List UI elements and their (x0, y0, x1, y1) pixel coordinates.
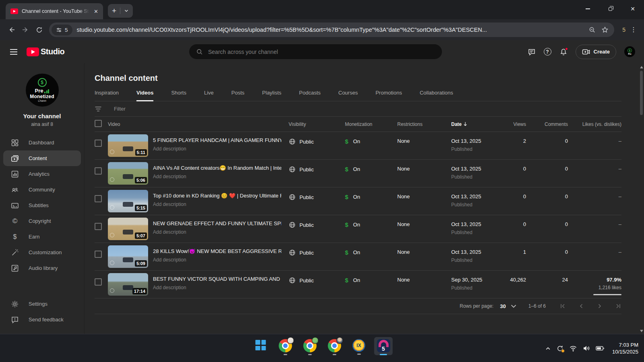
reload-button[interactable] (32, 23, 46, 37)
restrictions-cell[interactable]: None (397, 249, 451, 255)
monetization-cell[interactable]: $ On (345, 277, 397, 284)
sidebar-item-customization[interactable]: Customization (0, 245, 84, 260)
first-page-icon[interactable] (559, 303, 566, 309)
video-title[interactable]: BEST FUNNY VICTOR SQUAD WITH CAMPING AND… (153, 276, 281, 282)
video-title[interactable]: 28 KILLS Wow!😈 NEW MODE BEST AGGRESSIVE … (153, 248, 281, 254)
visibility-cell[interactable]: Public (289, 249, 345, 256)
video-description-placeholder[interactable]: Add description (153, 229, 281, 235)
restrictions-cell[interactable]: None (397, 193, 451, 200)
video-description-placeholder[interactable]: Add description (153, 285, 281, 290)
url-text[interactable]: studio.youtube.com/channel/UCO0XtvzorsTj… (77, 27, 583, 33)
scrollbar-down-arrow[interactable] (640, 330, 643, 332)
last-page-icon[interactable] (615, 303, 621, 309)
visibility-cell[interactable]: Public (289, 277, 345, 284)
video-thumbnail[interactable]: 5:07 (108, 218, 148, 240)
feedback-icon[interactable] (528, 48, 536, 56)
restore-button[interactable] (599, 0, 621, 18)
visibility-cell[interactable]: Public (289, 138, 345, 145)
scrollbar-up-arrow[interactable] (640, 66, 643, 68)
tab-playlists[interactable]: Playlists (262, 90, 281, 101)
monetization-cell[interactable]: $ On (345, 221, 397, 228)
notifications-bell-icon[interactable] (559, 48, 568, 56)
address-bar[interactable]: 5 studio.youtube.com/channel/UCO0Xtvzors… (49, 23, 614, 37)
table-row[interactable]: 5:06 AINA Vs All Content creators😁 In Ra… (95, 160, 621, 187)
video-thumbnail[interactable]: 5:11 (108, 134, 148, 157)
tray-chevron-up-icon[interactable] (545, 346, 551, 352)
row-checkbox[interactable] (95, 278, 102, 286)
video-thumbnail[interactable]: 5:15 (108, 190, 148, 212)
sidebar-item-audio-library[interactable]: Audio library (0, 260, 84, 276)
zoom-page-icon[interactable] (588, 26, 596, 33)
bookmark-star-icon[interactable] (601, 26, 609, 33)
row-checkbox[interactable] (95, 140, 102, 147)
tab-podcasts[interactable]: Podcasts (299, 90, 320, 101)
tab-shorts[interactable]: Shorts (171, 90, 186, 101)
column-header-date[interactable]: Date (451, 121, 504, 127)
restrictions-cell[interactable]: None (397, 138, 451, 144)
video-description-placeholder[interactable]: Add description (153, 146, 281, 152)
row-checkbox[interactable] (95, 167, 102, 175)
column-header-views[interactable]: Views (504, 121, 526, 127)
new-tab-button[interactable]: + (112, 7, 116, 14)
monetization-cell[interactable]: $ On (345, 166, 397, 173)
sidebar-item-copyright[interactable]: © Copyright (0, 213, 84, 229)
browser-tab[interactable]: Channel content - YouTube Studio ✕ (6, 3, 103, 19)
video-thumbnail[interactable]: 17:14 (108, 273, 148, 296)
monetization-cell[interactable]: $ On (345, 249, 397, 256)
tab-collaborations[interactable]: Collaborations (420, 90, 453, 101)
column-header-comments[interactable]: Comments (526, 121, 568, 127)
battery-icon[interactable] (596, 345, 605, 352)
sidebar-item-content[interactable]: Content (3, 150, 81, 166)
monetization-cell[interactable]: $ On (345, 193, 397, 200)
browser-menu-icon[interactable]: ⋮ (628, 27, 639, 33)
video-title[interactable]: NEW GRENADE EFFECT AND FUNNY ULTIMATE SP… (153, 220, 281, 226)
tab-videos[interactable]: Videos (136, 90, 153, 101)
visibility-cell[interactable]: Public (289, 193, 345, 201)
tab-promotions[interactable]: Promotions (376, 90, 402, 101)
update-sync-icon[interactable] (556, 345, 564, 352)
taskbar-ix-app[interactable]: IX (350, 337, 368, 355)
video-title[interactable]: Top #10 done in KD Ranking 😊 ❤️ | Destro… (153, 193, 281, 199)
video-thumbnail[interactable]: 5:09 (108, 245, 148, 268)
table-row[interactable]: 5:11 5 FINGER PLAYER HANDCAM | AINA GAME… (95, 132, 621, 160)
close-button[interactable]: ✕ (621, 0, 644, 18)
tab-live[interactable]: Live (204, 90, 214, 101)
video-description-placeholder[interactable]: Add description (153, 202, 281, 207)
taskbar-chrome-2[interactable] (301, 337, 319, 355)
channel-avatar[interactable]: $ Pre Monetized Chann (26, 74, 59, 107)
video-title[interactable]: AINA Vs All Content creators😁 In Random … (153, 165, 281, 171)
column-header-monetization[interactable]: Monetization (345, 121, 397, 127)
tab-search-chevron-icon[interactable] (124, 8, 129, 13)
video-thumbnail[interactable]: 5:06 (108, 162, 148, 185)
sidebar-item-community[interactable]: Community (0, 182, 84, 197)
rows-per-page-value[interactable]: 30 (500, 303, 506, 309)
column-header-visibility[interactable]: Visibility (289, 121, 345, 127)
row-checkbox[interactable] (95, 195, 102, 202)
tab-courses[interactable]: Courses (339, 90, 358, 101)
next-page-icon[interactable] (597, 303, 603, 309)
channel-search-bar[interactable]: Search across your channel (189, 44, 442, 59)
page-scrollbar[interactable] (639, 64, 644, 334)
video-description-placeholder[interactable]: Add description (153, 174, 281, 179)
rows-per-page-chevron-icon[interactable] (511, 304, 516, 308)
visibility-cell[interactable]: Public (289, 221, 345, 228)
filter-bar[interactable]: Filter (95, 101, 621, 117)
monetization-cell[interactable]: $ On (345, 138, 397, 145)
visibility-cell[interactable]: Public (289, 166, 345, 173)
sidebar-item-earn[interactable]: $ Earn (0, 229, 84, 245)
minimize-button[interactable] (576, 0, 599, 18)
tab-posts[interactable]: Posts (231, 90, 245, 101)
row-checkbox[interactable] (95, 251, 102, 258)
restrictions-cell[interactable]: None (397, 166, 451, 172)
column-header-restrictions[interactable]: Restrictions (397, 121, 451, 127)
sidebar-item-analytics[interactable]: Analytics (0, 166, 84, 182)
account-avatar[interactable]: $ Pre (624, 46, 635, 57)
help-icon[interactable]: ? (544, 48, 551, 56)
select-all-checkbox[interactable] (95, 120, 102, 127)
scrollbar-thumb[interactable] (640, 71, 643, 115)
column-header-likes[interactable]: Likes (vs. dislikes) (568, 121, 621, 127)
volume-icon[interactable] (582, 345, 590, 352)
sidebar-item-send-feedback[interactable]: Send feedback (0, 312, 84, 327)
sidebar-item-subtitles[interactable]: Subtitles (0, 197, 84, 213)
taskbar-clock[interactable]: 7:03 PM 10/15/2025 (612, 341, 638, 355)
